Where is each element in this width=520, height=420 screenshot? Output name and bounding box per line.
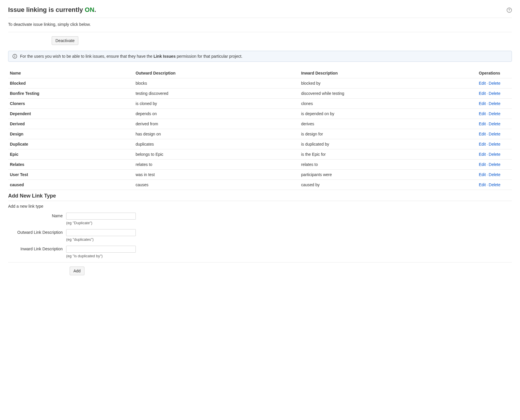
edit-link[interactable]: Edit xyxy=(479,111,486,116)
link-inward: is duplicated by xyxy=(299,139,477,149)
link-outward: relates to xyxy=(134,159,299,169)
link-operations: Edit·Delete xyxy=(477,159,512,169)
title-suffix: . xyxy=(94,6,96,13)
link-name: Derived xyxy=(8,119,134,129)
table-row: Relatesrelates torelates toEdit·Delete xyxy=(8,159,512,169)
link-name: User Test xyxy=(8,169,134,180)
link-operations: Edit·Delete xyxy=(477,129,512,139)
link-outward: derived from xyxy=(134,119,299,129)
link-inward: discovered while testing xyxy=(299,88,477,98)
link-inward: participants were xyxy=(299,169,477,180)
link-name: Design xyxy=(8,129,134,139)
edit-link[interactable]: Edit xyxy=(479,182,486,187)
title-prefix: Issue linking is currently xyxy=(8,6,85,13)
add-link-type-desc: Add a new link type xyxy=(8,204,512,209)
edit-link[interactable]: Edit xyxy=(479,101,486,106)
table-row: Duplicateduplicatesis duplicated byEdit·… xyxy=(8,139,512,149)
edit-link[interactable]: Edit xyxy=(479,132,486,136)
link-inward: clones xyxy=(299,98,477,108)
link-outward: blocks xyxy=(134,78,299,88)
link-outward: was in test xyxy=(134,169,299,180)
col-name: Name xyxy=(8,68,134,78)
link-inward: relates to xyxy=(299,159,477,169)
edit-link[interactable]: Edit xyxy=(479,142,486,146)
link-operations: Edit·Delete xyxy=(477,169,512,180)
link-operations: Edit·Delete xyxy=(477,119,512,129)
table-row: Bonfire Testingtesting discovereddiscove… xyxy=(8,88,512,98)
link-inward: is the Epic for xyxy=(299,149,477,159)
delete-link[interactable]: Delete xyxy=(489,132,500,136)
delete-link[interactable]: Delete xyxy=(489,91,500,96)
link-outward: has design on xyxy=(134,129,299,139)
col-inward: Inward Description xyxy=(299,68,477,78)
link-operations: Edit·Delete xyxy=(477,139,512,149)
edit-link[interactable]: Edit xyxy=(479,122,486,126)
edit-link[interactable]: Edit xyxy=(479,91,486,96)
delete-link[interactable]: Delete xyxy=(489,152,500,157)
delete-link[interactable]: Delete xyxy=(489,122,500,126)
link-operations: Edit·Delete xyxy=(477,149,512,159)
delete-link[interactable]: Delete xyxy=(489,101,500,106)
separator: · xyxy=(487,142,488,146)
edit-link[interactable]: Edit xyxy=(479,81,486,86)
link-name: Dependent xyxy=(8,108,134,119)
table-row: Blockedblocksblocked byEdit·Delete xyxy=(8,78,512,88)
separator: · xyxy=(487,162,488,167)
separator: · xyxy=(487,182,488,187)
col-operations: Operations xyxy=(477,68,512,78)
link-types-table: Name Outward Description Inward Descript… xyxy=(8,68,512,190)
outward-input[interactable] xyxy=(66,229,136,236)
table-row: Derivedderived fromderivesEdit·Delete xyxy=(8,119,512,129)
link-outward: depends on xyxy=(134,108,299,119)
delete-link[interactable]: Delete xyxy=(489,172,500,177)
link-outward: testing discovered xyxy=(134,88,299,98)
delete-link[interactable]: Delete xyxy=(489,81,500,86)
outward-label: Outward Link Description xyxy=(8,229,66,235)
table-row: Clonersis cloned byclonesEdit·Delete xyxy=(8,98,512,108)
help-icon[interactable]: ? xyxy=(507,8,512,13)
separator: · xyxy=(487,91,488,96)
separator: · xyxy=(487,132,488,136)
link-inward: caused by xyxy=(299,180,477,190)
edit-link[interactable]: Edit xyxy=(479,172,486,177)
table-row: Epicbelongs to Epicis the Epic forEdit·D… xyxy=(8,149,512,159)
delete-link[interactable]: Delete xyxy=(489,182,500,187)
edit-link[interactable]: Edit xyxy=(479,152,486,157)
info-icon xyxy=(12,54,17,59)
outward-hint: (eg "duplicates") xyxy=(66,237,136,242)
deactivate-instructions: To deactivate issue linking, simply clic… xyxy=(8,22,512,27)
name-hint: (eg "Duplicate") xyxy=(66,221,136,225)
link-name: Relates xyxy=(8,159,134,169)
svg-rect-2 xyxy=(15,56,15,57)
separator: · xyxy=(487,111,488,116)
status-on: ON xyxy=(85,6,94,13)
svg-point-1 xyxy=(15,55,15,55)
link-inward: derives xyxy=(299,119,477,129)
link-inward: is depended on by xyxy=(299,108,477,119)
info-banner: For the users you wish to be able to lin… xyxy=(8,51,512,62)
delete-link[interactable]: Delete xyxy=(489,162,500,167)
name-input[interactable] xyxy=(66,213,136,220)
link-operations: Edit·Delete xyxy=(477,78,512,88)
separator: · xyxy=(487,172,488,177)
link-operations: Edit·Delete xyxy=(477,108,512,119)
deactivate-button[interactable]: Deactivate xyxy=(52,36,78,45)
link-operations: Edit·Delete xyxy=(477,88,512,98)
link-name: Duplicate xyxy=(8,139,134,149)
separator: · xyxy=(487,101,488,106)
table-row: causedcausescaused byEdit·Delete xyxy=(8,180,512,190)
link-operations: Edit·Delete xyxy=(477,180,512,190)
delete-link[interactable]: Delete xyxy=(489,142,500,146)
separator: · xyxy=(487,152,488,157)
table-row: User Testwas in testparticipants wereEdi… xyxy=(8,169,512,180)
delete-link[interactable]: Delete xyxy=(489,111,500,116)
name-label: Name xyxy=(8,213,66,218)
link-name: Blocked xyxy=(8,78,134,88)
page-title: Issue linking is currently ON. xyxy=(8,6,96,14)
inward-input[interactable] xyxy=(66,246,136,253)
add-button[interactable]: Add xyxy=(70,267,84,275)
link-outward: belongs to Epic xyxy=(134,149,299,159)
table-row: Designhas design onis design forEdit·Del… xyxy=(8,129,512,139)
edit-link[interactable]: Edit xyxy=(479,162,486,167)
col-outward: Outward Description xyxy=(134,68,299,78)
